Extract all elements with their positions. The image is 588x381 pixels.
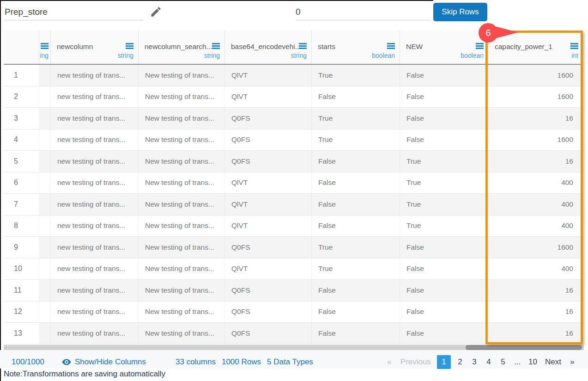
table-cell: True (312, 237, 400, 258)
horizontal-scrollbar-thumb[interactable] (466, 345, 582, 350)
column-menu-icon[interactable] (476, 43, 484, 49)
table-cell: False (400, 301, 489, 323)
skip-rows-button[interactable]: Skip Rows (433, 3, 487, 21)
next-button[interactable]: Next (543, 355, 563, 369)
table-cell: New testing of trans... (139, 65, 225, 86)
column-menu-icon[interactable] (387, 43, 395, 49)
table-cell: QlVT (225, 172, 312, 194)
column-menu-icon[interactable] (299, 43, 307, 49)
table-cell: New testing of trans... (139, 280, 225, 301)
table-cell: False (400, 323, 489, 344)
table-cell: New testing of trans... (139, 301, 225, 323)
table-cell (39, 301, 51, 323)
column-header (4, 31, 39, 64)
table-cell (39, 323, 51, 344)
column-menu-icon[interactable] (126, 43, 133, 49)
table-cell: False (312, 323, 400, 344)
column-name: capacity_power_1 (495, 43, 552, 51)
horizontal-scrollbar-track[interactable] (4, 345, 584, 350)
table-cell: 16 (489, 301, 583, 323)
table-cell: 1600 (489, 86, 583, 108)
table-cell: New testing of trans... (139, 323, 225, 344)
next-arrow[interactable]: » (567, 355, 577, 369)
column-type-label: string (291, 52, 307, 59)
table-row: 5new testing of trans...New testing of t… (4, 151, 582, 172)
column-name: newcolumn (57, 43, 93, 51)
table-cell: Q0FS (225, 129, 312, 151)
table-cell (39, 129, 51, 151)
row-number-cell: 9 (4, 237, 39, 258)
column-type-label: boolean (461, 52, 484, 59)
table-cell: False (312, 86, 400, 108)
column-menu-icon[interactable] (41, 43, 48, 49)
table-cell: New testing of trans... (139, 108, 225, 129)
row-number-cell: 12 (4, 301, 39, 323)
skip-rows-input[interactable] (296, 4, 430, 20)
stat-label: 5 Data Types (267, 356, 313, 368)
page-button-5[interactable]: 5 (498, 355, 508, 369)
table-cell: new testing of trans... (51, 65, 139, 86)
column-header-base64_encodevehi...[interactable]: base64_encodevehi...string (225, 31, 312, 64)
previous-button[interactable]: Previous (399, 355, 433, 369)
table-cell: new testing of trans... (51, 172, 139, 194)
table-cell: False (400, 237, 489, 258)
table-cell: new testing of trans... (51, 323, 139, 344)
table-cell: True (400, 215, 489, 237)
table-cell: 16 (489, 280, 583, 301)
table-row: 2new testing of trans...New testing of t… (4, 86, 582, 108)
row-progress-label: 100/1000 (12, 356, 44, 368)
column-type-label: boolean (372, 52, 395, 59)
row-number-cell: 10 (4, 258, 39, 280)
column-header[interactable]: ing (39, 31, 51, 64)
table-cell: Q0FS (225, 301, 312, 323)
column-header-starts[interactable]: startsboolean (312, 31, 400, 64)
show-hide-columns-button[interactable]: Show/Hide Columns (61, 356, 146, 368)
row-number-cell: 4 (4, 129, 39, 151)
page-button-...[interactable]: ... (512, 355, 522, 369)
row-number-cell: 1 (4, 65, 39, 86)
column-type-label: ing (40, 52, 48, 59)
table-cell: True (312, 65, 400, 86)
page-button-1[interactable]: 1 (437, 355, 451, 369)
column-type-label: int (571, 52, 578, 59)
table-row: 3new testing of trans...New testing of t… (4, 108, 582, 129)
column-header-newcolumn[interactable]: newcolumnstring (51, 31, 139, 64)
table-cell: New testing of trans... (139, 86, 225, 108)
table-cell: 16 (489, 323, 583, 344)
table-cell: new testing of trans... (51, 86, 139, 108)
table-row: 13new testing of trans...New testing of … (4, 323, 582, 344)
window-left-edge (0, 0, 1, 381)
row-number-cell: 6 (4, 172, 39, 194)
column-header-NEW[interactable]: NEWboolean (400, 31, 489, 64)
column-menu-icon[interactable] (212, 43, 220, 49)
table-cell: 16 (489, 151, 583, 172)
table-cell: QlVT (225, 258, 312, 280)
table-cell: New testing of trans... (139, 172, 225, 194)
table-cell: 400 (489, 172, 583, 194)
previous-arrow[interactable]: « (384, 355, 394, 369)
row-number-cell: 3 (4, 108, 39, 129)
table-cell (39, 86, 51, 108)
edit-pencil-icon[interactable] (150, 6, 163, 18)
page-button-4[interactable]: 4 (484, 355, 494, 369)
page-button-10[interactable]: 10 (527, 355, 539, 369)
dataset-name-input[interactable] (5, 4, 143, 20)
table-cell (39, 215, 51, 237)
table-cell: 16 (489, 108, 583, 129)
column-menu-icon[interactable] (570, 43, 578, 49)
table-row: 4new testing of trans...New testing of t… (4, 129, 582, 151)
data-prep-page: Skip Rows ingnewcolumnstringnewcolumn_se… (0, 0, 588, 381)
row-number-cell: 13 (4, 323, 39, 344)
page-button-2[interactable]: 2 (455, 355, 465, 369)
pagination: «Previous12345...10Next» (384, 355, 577, 369)
column-header-newcolumn_search...[interactable]: newcolumn_search...string (139, 31, 225, 64)
table-cell: True (400, 151, 489, 172)
table-cell: 400 (489, 258, 583, 280)
table-cell: True (400, 172, 489, 194)
table-row: 11new testing of trans...New testing of … (4, 280, 582, 301)
page-button-3[interactable]: 3 (469, 355, 479, 369)
table-cell: False (400, 65, 489, 86)
table-cell (39, 194, 51, 215)
table-cell: False (400, 258, 489, 280)
table-cell (39, 172, 51, 194)
